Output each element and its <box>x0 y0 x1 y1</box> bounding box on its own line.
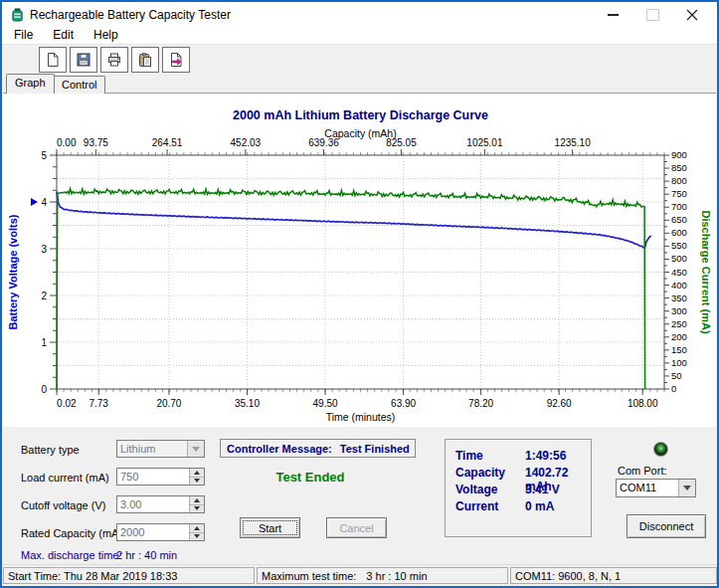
minimize-button[interactable] <box>596 2 629 27</box>
test-status-text: Test Ended <box>221 470 400 485</box>
load-current-stepper <box>189 469 204 485</box>
measurements-box: Time 1:49:56 Capacity 1402.72 mAh Voltag… <box>445 439 592 537</box>
right-tick-label: 0 <box>671 383 676 394</box>
discharge-chart: 2000 mAh Lithium Battery Discharge Curve… <box>3 94 716 428</box>
menu-edit[interactable]: Edit <box>43 27 84 44</box>
load-current-input[interactable] <box>117 469 189 485</box>
battery-type-label: Battery type <box>21 444 80 456</box>
menu-file[interactable]: File <box>2 27 43 44</box>
left-tick-label: 3 <box>41 244 47 255</box>
arrow-up-icon <box>194 471 200 475</box>
battery-type-combobox[interactable]: Lithium <box>116 440 205 458</box>
right-tick-label: 800 <box>671 175 687 186</box>
spin-down-button[interactable] <box>190 504 204 513</box>
paste-button[interactable] <box>131 47 159 73</box>
rated-capacity-field <box>116 523 205 541</box>
right-tick-label: 600 <box>671 227 687 238</box>
menu-help[interactable]: Help <box>84 27 128 44</box>
bottom-tick-label: 78.20 <box>468 398 493 409</box>
print-button[interactable] <box>100 47 128 73</box>
right-axis-title: Discharge Current (mA) <box>700 210 712 333</box>
measurement-row: Voltage 3.41 V <box>455 481 591 497</box>
tab-strip: Graph Control <box>2 74 717 93</box>
new-file-icon <box>45 52 61 68</box>
battery-type-dropdown-button[interactable] <box>187 441 204 457</box>
maximize-icon <box>646 9 659 21</box>
controller-message-value: Test Finished <box>340 443 410 455</box>
discharge-current-curve <box>57 189 645 389</box>
right-tick-label: 500 <box>671 253 687 264</box>
current-label: Current <box>455 499 498 513</box>
rated-capacity-stepper <box>189 524 204 540</box>
top-tick-label: 0.00 <box>57 137 77 148</box>
right-tick-label: 750 <box>671 188 687 199</box>
bottom-tick-label: 49.50 <box>313 398 338 409</box>
right-tick-label: 850 <box>671 162 687 173</box>
disconnect-button[interactable]: Disconnect <box>627 514 706 538</box>
spin-up-button[interactable] <box>190 524 204 532</box>
spin-down-button[interactable] <box>190 477 204 486</box>
com-port-dropdown-button[interactable] <box>678 480 695 496</box>
menu-bar: File Edit Help <box>2 27 717 45</box>
bottom-tick-label: 0.02 <box>57 398 77 409</box>
spin-up-button[interactable] <box>190 496 204 504</box>
cutoff-voltage-label: Cutoff voltage (V) <box>21 499 105 511</box>
top-tick-label: 1025.01 <box>466 137 503 148</box>
bottom-tick-label: 92.60 <box>547 398 572 409</box>
statusbar-com-settings: COM11: 9600, 8, N, 1 <box>510 567 717 584</box>
cutoff-voltage-input[interactable] <box>117 496 189 512</box>
spin-up-button[interactable] <box>190 469 204 477</box>
close-button[interactable] <box>675 2 709 27</box>
title-bar: Rechargeable Battery Capacity Tester <box>2 2 717 27</box>
com-port-combobox[interactable]: COM11 <box>616 479 696 497</box>
app-battery-icon <box>10 7 25 22</box>
max-discharge-time-label: Max. discharge time: <box>21 549 121 561</box>
top-tick-label: 639.36 <box>308 137 339 148</box>
measurement-row: Time 1:49:56 <box>455 447 591 464</box>
voltage-marker-icon <box>31 198 38 206</box>
bottom-tick-label: 108.00 <box>628 398 658 409</box>
top-tick-label: 825.05 <box>386 137 417 148</box>
rated-capacity-input[interactable] <box>117 524 189 540</box>
save-button[interactable] <box>70 47 97 73</box>
arrow-up-icon <box>194 526 200 530</box>
left-tick-label: 4 <box>41 197 47 208</box>
battery-type-value: Lithium <box>117 441 187 457</box>
export-button[interactable] <box>162 47 190 73</box>
tab-graph[interactable]: Graph <box>6 74 55 94</box>
arrow-up-icon <box>194 498 200 502</box>
right-tick-label: 300 <box>671 305 687 316</box>
bottom-tick-label: 7.73 <box>89 398 108 409</box>
right-tick-label: 450 <box>671 267 687 278</box>
load-current-field <box>116 468 205 486</box>
maximize-button[interactable] <box>635 2 669 27</box>
tab-control[interactable]: Control <box>53 76 105 94</box>
right-tick-label: 650 <box>671 214 687 225</box>
arrow-down-icon <box>194 506 200 510</box>
spin-down-button[interactable] <box>190 532 204 541</box>
chevron-down-icon <box>683 486 691 490</box>
max-discharge-time-value: 2 hr : 40 min <box>116 549 177 561</box>
left-tick-label: 1 <box>41 337 47 348</box>
voltage-value: 3.41 V <box>525 483 560 496</box>
com-port-value: COM11 <box>617 480 678 496</box>
start-button[interactable]: Start <box>240 517 300 538</box>
top-tick-label: 452.03 <box>231 137 262 148</box>
right-tick-label: 250 <box>671 318 687 329</box>
paste-icon <box>137 52 153 68</box>
toolbar <box>2 45 717 75</box>
load-current-label: Load current (mA) <box>21 472 109 484</box>
right-tick-label: 700 <box>671 201 687 212</box>
bottom-tick-label: 20.70 <box>156 398 181 409</box>
new-file-button[interactable] <box>39 47 67 73</box>
top-tick-label: 1235.10 <box>555 137 592 148</box>
controller-message-box: Controller Message: Test Finished <box>220 439 416 458</box>
cutoff-voltage-stepper <box>189 496 204 512</box>
window-title: Rechargeable Battery Capacity Tester <box>30 8 231 22</box>
cancel-button[interactable]: Cancel <box>326 517 387 538</box>
current-value: 0 mA <box>525 499 554 513</box>
measurement-row: Capacity 1402.72 mAh <box>455 464 591 481</box>
right-tick-label: 150 <box>671 344 687 355</box>
controls-panel: Battery type Lithium Load current (mA) C… <box>2 427 717 564</box>
close-icon <box>686 9 698 21</box>
